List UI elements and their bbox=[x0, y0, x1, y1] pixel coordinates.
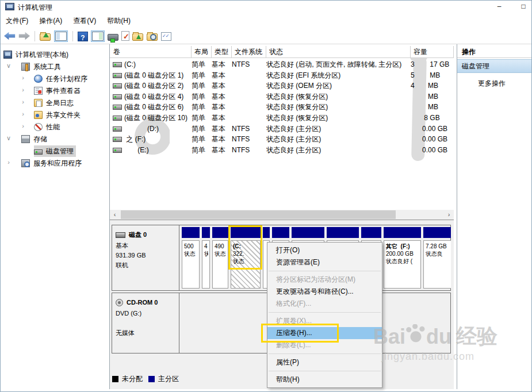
volume-filesystem: NTFS bbox=[232, 124, 266, 134]
partition-strip-0[interactable] bbox=[182, 227, 200, 238]
context-menu-item-0[interactable]: 打开(O) bbox=[267, 244, 382, 256]
table-row[interactable]: 之 (F:)简单基本NTFS状态良好 (主分区) 0.00 GB bbox=[110, 134, 454, 145]
tree-expander-icon[interactable]: › bbox=[20, 122, 26, 129]
table-row[interactable]: (磁盘 0 磁盘分区 10)简单基本状态良好 (恢复分区) 8 GB bbox=[110, 113, 454, 124]
toolbar-separator bbox=[35, 31, 35, 41]
tree-expander-icon[interactable]: ∨ bbox=[5, 62, 12, 70]
table-row[interactable]: (磁盘 0 磁盘分区 2)简单基本状态良好 (OEM 分区)4 MB bbox=[110, 80, 454, 91]
context-menu-item-4[interactable]: 更改驱动器号和路径(C)... bbox=[267, 286, 382, 298]
tree-expander-icon[interactable]: › bbox=[20, 98, 26, 105]
table-row[interactable]: (磁盘 0 磁盘分区 4)简单基本状态良好 (恢复分区) MB bbox=[110, 91, 454, 102]
partition-block-10[interactable]: 7.28 GB状态良 bbox=[423, 240, 451, 289]
find-folder-icon[interactable] bbox=[147, 33, 158, 41]
column-header-4[interactable]: 状态 bbox=[266, 46, 411, 57]
forward-icon[interactable] bbox=[18, 31, 30, 41]
context-menu-item-7[interactable]: 扩展卷(X)... bbox=[267, 315, 382, 327]
column-header-1[interactable]: 布局 bbox=[192, 46, 212, 57]
scheduler-icon bbox=[34, 75, 43, 83]
titlebar: 计算机管理 – □ bbox=[1, 1, 531, 13]
task-list-icon[interactable] bbox=[161, 32, 171, 41]
volume-filesystem bbox=[232, 70, 266, 81]
volume-layout: 简单 bbox=[192, 134, 212, 145]
sidebar-item-1[interactable]: ∨系统工具 bbox=[1, 61, 109, 72]
partition-strip-10[interactable] bbox=[423, 227, 451, 238]
menubar-item-0[interactable]: 文件(F) bbox=[2, 14, 36, 28]
footer-strip bbox=[1, 389, 531, 392]
services-icon bbox=[21, 159, 30, 167]
export-folder-icon[interactable] bbox=[40, 33, 51, 41]
partition-strip-1[interactable] bbox=[202, 227, 210, 238]
tree-expander-icon[interactable]: › bbox=[20, 86, 26, 93]
tree-expander-icon[interactable]: › bbox=[20, 110, 26, 117]
device-icon[interactable] bbox=[108, 34, 118, 41]
partition-block-1[interactable]: 4状 bbox=[202, 240, 210, 289]
sidebar-item-3[interactable]: ›事件查看器 bbox=[1, 85, 109, 97]
column-header-3[interactable]: 文件系统 bbox=[232, 46, 266, 57]
action-pane-toggle-icon[interactable] bbox=[91, 30, 105, 42]
partition-strip-4[interactable] bbox=[263, 227, 270, 238]
disk0-info[interactable]: 磁盘 0 基本 931.39 GB 联机 bbox=[112, 225, 179, 290]
context-menu-item-11[interactable]: 属性(P) bbox=[267, 356, 382, 368]
partition-block-2[interactable]: 490状态 bbox=[212, 240, 228, 289]
partition-block-9[interactable]: 其它 (F:)200.00 GB状态良好 ( bbox=[384, 240, 421, 289]
menu-separator bbox=[269, 312, 381, 313]
help-icon[interactable] bbox=[78, 32, 88, 41]
sidebar-item-9[interactable]: ›服务和应用程序 bbox=[1, 157, 109, 169]
column-header-0[interactable]: 卷 bbox=[110, 46, 192, 57]
volume-icon bbox=[113, 137, 122, 142]
maximize-button[interactable]: □ bbox=[514, 1, 532, 13]
partition-strip-9[interactable] bbox=[384, 227, 421, 238]
up-folder-icon[interactable] bbox=[132, 33, 143, 41]
column-header-2[interactable]: 类型 bbox=[212, 46, 232, 57]
partition-strip-6[interactable] bbox=[292, 227, 324, 238]
volume-status: 状态良好 (主分区) bbox=[266, 134, 411, 145]
context-menu-item-3[interactable]: 将分区标记为活动分区(M) bbox=[267, 274, 382, 286]
sidebar-item-7[interactable]: ∨存储 bbox=[1, 133, 109, 145]
back-icon[interactable] bbox=[4, 31, 16, 41]
partition-strip-5[interactable] bbox=[272, 227, 289, 238]
cdrom-info[interactable]: CD-ROM 0 DVD (G:) 无媒体 bbox=[112, 293, 179, 353]
disk0-type: 基本 bbox=[116, 241, 175, 251]
partition-strip-3[interactable] bbox=[231, 227, 261, 238]
partition-block-0[interactable]: 500状态 bbox=[182, 240, 200, 289]
context-menu-item-5[interactable]: 格式化(F)... bbox=[267, 298, 382, 310]
context-menu-item-13[interactable]: 帮助(H) bbox=[267, 374, 382, 386]
context-menu-item-1[interactable]: 资源管理器(E) bbox=[267, 256, 382, 268]
table-row[interactable]: (磁盘 0 磁盘分区 6)简单基本状态良好 (恢复分区) MB bbox=[110, 102, 454, 113]
volume-filesystem bbox=[232, 113, 266, 124]
tree-expander-icon[interactable]: ∨ bbox=[5, 134, 12, 142]
sidebar-item-4[interactable]: ›全局日志 bbox=[1, 97, 109, 109]
sidebar-item-8[interactable]: 磁盘管理 bbox=[1, 145, 109, 157]
partition-strip-2[interactable] bbox=[212, 227, 228, 238]
horizontal-scrollbar[interactable]: ‹ › bbox=[110, 210, 454, 220]
more-actions[interactable]: 更多操作 bbox=[478, 79, 506, 89]
column-header-5[interactable]: 容量 bbox=[411, 46, 454, 57]
sidebar-item-2[interactable]: ›任务计划程序 bbox=[1, 73, 109, 84]
table-row[interactable]: (D:)简单基本NTFS状态良好 (主分区) 0.00 GB bbox=[110, 124, 454, 134]
context-menu-item-8[interactable]: 压缩卷(H)... bbox=[267, 327, 382, 339]
actions-disk-management[interactable]: 磁盘管理 bbox=[457, 59, 532, 73]
scrollbar-thumb[interactable] bbox=[121, 210, 396, 219]
cdrom-icon bbox=[116, 299, 123, 306]
partition-strip-8[interactable] bbox=[361, 227, 381, 238]
menubar-item-2[interactable]: 查看(V) bbox=[70, 14, 104, 28]
partition-block-3[interactable]: (C:322.状态 bbox=[231, 240, 261, 289]
partition-strip-7[interactable] bbox=[327, 227, 359, 238]
minimize-button[interactable]: – bbox=[489, 1, 509, 13]
context-menu-item-9[interactable]: 删除卷(L)... bbox=[267, 339, 382, 351]
scroll-right-icon[interactable]: › bbox=[444, 210, 454, 220]
scroll-left-icon[interactable]: ‹ bbox=[110, 210, 120, 220]
volume-status: 状态良好 (EFI 系统分区) bbox=[266, 70, 411, 81]
menubar-item-3[interactable]: 帮助(H) bbox=[104, 14, 138, 28]
validate-doc-icon[interactable] bbox=[121, 31, 129, 41]
tree-expander-icon[interactable]: › bbox=[20, 74, 26, 81]
table-row[interactable]: (E:)简单基本NTFS状态良好 (主分区) 0.00 GB bbox=[110, 145, 454, 156]
table-row[interactable]: (磁盘 0 磁盘分区 1)简单基本状态良好 (EFI 系统分区)5 MB bbox=[110, 70, 454, 81]
sidebar-item-6[interactable]: ›性能 bbox=[1, 121, 109, 133]
sidebar-item-0[interactable]: 计算机管理(本地) bbox=[1, 49, 109, 60]
menubar-item-1[interactable]: 操作(A) bbox=[36, 14, 70, 28]
console-tree-toggle-icon[interactable] bbox=[54, 30, 68, 42]
tree-expander-icon[interactable]: › bbox=[5, 159, 12, 166]
sidebar-item-5[interactable]: ›共享文件夹 bbox=[1, 109, 109, 121]
table-row[interactable]: (C:)简单基本NTFS状态良好 (启动, 页面文件, 故障转储, 主分区)3 … bbox=[110, 59, 454, 70]
